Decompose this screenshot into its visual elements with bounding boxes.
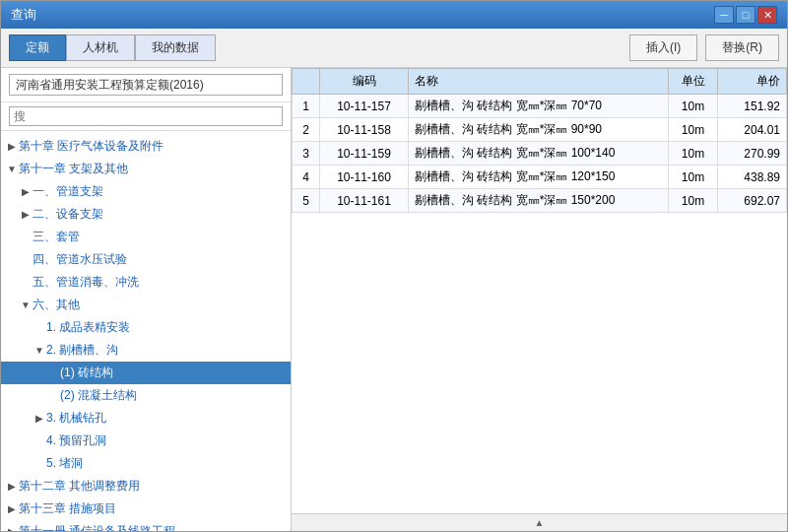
table-row[interactable]: 110-11-157剔槽槽、沟 砖结构 宽㎜*深㎜ 70*7010m151.92 xyxy=(293,95,787,118)
tree-item[interactable]: ▶二、设备支架 xyxy=(1,203,291,226)
cell-name: 剔槽槽、沟 砖结构 宽㎜*深㎜ 70*70 xyxy=(409,95,669,118)
table-row[interactable]: 210-11-158剔槽槽、沟 砖结构 宽㎜*深㎜ 90*9010m204.01 xyxy=(293,118,787,142)
tree-item[interactable]: 4. 预留孔洞 xyxy=(1,430,291,452)
tree-item[interactable]: ▼六、其他 xyxy=(1,294,291,316)
tree-item-label: 四、管道水压试验 xyxy=(33,251,127,268)
close-button[interactable]: ✕ xyxy=(757,6,777,24)
tree-item-label: 第十章 医疗气体设备及附件 xyxy=(19,138,164,155)
tree-item[interactable]: ▶第十三章 措施项目 xyxy=(1,498,291,520)
title-bar: 查询 ─ □ ✕ xyxy=(1,1,787,29)
cell-seq: 1 xyxy=(293,95,320,118)
scroll-up-icon[interactable]: ▲ xyxy=(535,517,545,528)
tree-item-label: (1) 砖结构 xyxy=(60,365,113,381)
tree-item-label: 4. 预留孔洞 xyxy=(46,432,106,449)
tree-toggle-icon[interactable]: ▶ xyxy=(5,141,19,152)
main-window: 查询 ─ □ ✕ 定额 人材机 我的数据 插入(I) 替换(R) 河南省通用安装… xyxy=(0,0,788,532)
cell-price: 270.99 xyxy=(718,142,787,166)
tree-item-label: 三、套管 xyxy=(33,229,80,245)
cell-code: 10-11-161 xyxy=(320,189,409,213)
cell-unit: 10m xyxy=(669,118,718,142)
maximize-button[interactable]: □ xyxy=(736,6,755,24)
tree-toggle-icon[interactable]: ▶ xyxy=(33,413,46,424)
tree-item[interactable]: ▼2. 剔槽槽、沟 xyxy=(1,339,291,362)
bottom-bar: ▲ xyxy=(292,513,787,531)
tree-item[interactable]: ▼第十一章 支架及其他 xyxy=(1,158,291,180)
cell-name: 剔槽槽、沟 砖结构 宽㎜*深㎜ 90*90 xyxy=(409,118,669,142)
tree-toggle-icon[interactable]: ▼ xyxy=(5,164,19,174)
dropdown-area: 河南省通用安装工程预算定额(2016) xyxy=(1,68,291,102)
action-buttons: 插入(I) 替换(R) xyxy=(629,34,779,61)
tree-item[interactable]: 三、套管 xyxy=(1,226,291,248)
tree-toggle-icon[interactable]: ▶ xyxy=(5,526,19,531)
tree-toggle-icon[interactable]: ▶ xyxy=(19,186,33,197)
table-row[interactable]: 310-11-159剔槽槽、沟 砖结构 宽㎜*深㎜ 100*14010m270.… xyxy=(293,142,787,166)
cell-seq: 3 xyxy=(293,142,320,166)
title-controls: ─ □ ✕ xyxy=(714,6,777,24)
tree-item-label: (2) 混凝土结构 xyxy=(60,387,137,404)
col-header-seq xyxy=(293,69,320,95)
tree-item-label: 五、管道消毒、冲洗 xyxy=(33,274,139,291)
tree-item[interactable]: ▶一、管道支架 xyxy=(1,180,291,203)
left-panel: 河南省通用安装工程预算定额(2016) ▶第十章 医疗气体设备及附件▼第十一章 … xyxy=(1,68,292,531)
tree-item-label: 一、管道支架 xyxy=(33,183,103,200)
cell-code: 10-11-160 xyxy=(320,166,409,189)
tree-item-label: 第十一章 支架及其他 xyxy=(19,161,128,177)
cell-name: 剔槽槽、沟 砖结构 宽㎜*深㎜ 150*200 xyxy=(409,189,669,213)
col-header-name: 名称 xyxy=(409,69,669,95)
tree-item-label: 3. 机械钻孔 xyxy=(46,410,106,427)
col-header-code: 编码 xyxy=(320,69,409,95)
col-header-price: 单价 xyxy=(718,69,787,95)
tab-rencaiji[interactable]: 人材机 xyxy=(66,34,135,61)
cell-name: 剔槽槽、沟 砖结构 宽㎜*深㎜ 120*150 xyxy=(409,166,669,189)
cell-seq: 4 xyxy=(293,166,320,189)
tree-toggle-icon[interactable]: ▶ xyxy=(19,209,33,220)
table-header-row: 编码 名称 单位 单价 xyxy=(293,69,787,95)
table-row[interactable]: 410-11-160剔槽槽、沟 砖结构 宽㎜*深㎜ 120*15010m438.… xyxy=(293,166,787,189)
tab-dinge[interactable]: 定额 xyxy=(9,34,66,61)
tab-mydata[interactable]: 我的数据 xyxy=(135,34,216,61)
tree-item[interactable]: (2) 混凝土结构 xyxy=(1,384,291,407)
cell-unit: 10m xyxy=(669,95,718,118)
minimize-button[interactable]: ─ xyxy=(714,6,734,24)
tab-group: 定额 人材机 我的数据 xyxy=(9,34,216,61)
tree-toggle-icon[interactable]: ▼ xyxy=(33,345,46,356)
tree: ▶第十章 医疗气体设备及附件▼第十一章 支架及其他▶一、管道支架▶二、设备支架 … xyxy=(1,131,291,531)
tree-toggle-icon[interactable]: ▼ xyxy=(19,299,33,310)
tree-item-label: 六、其他 xyxy=(33,297,80,313)
cell-name: 剔槽槽、沟 砖结构 宽㎜*深㎜ 100*140 xyxy=(409,142,669,166)
cell-unit: 10m xyxy=(669,166,718,189)
tree-item-label: 第十二章 其他调整费用 xyxy=(19,478,140,495)
tree-item[interactable]: ▶第十一册 通信设备及线路工程 xyxy=(1,520,291,531)
tree-item-label: 第十三章 措施项目 xyxy=(19,500,116,517)
table-row[interactable]: 510-11-161剔槽槽、沟 砖结构 宽㎜*深㎜ 150*20010m692.… xyxy=(293,189,787,213)
insert-button[interactable]: 插入(I) xyxy=(629,34,697,61)
window-title: 查询 xyxy=(11,6,36,24)
tree-item[interactable]: 五、管道消毒、冲洗 xyxy=(1,271,291,294)
cell-code: 10-11-159 xyxy=(320,142,409,166)
search-area xyxy=(1,102,291,131)
tree-toggle-icon[interactable]: ▶ xyxy=(5,481,19,492)
cell-price: 438.89 xyxy=(718,166,787,189)
replace-button[interactable]: 替换(R) xyxy=(705,34,779,61)
cell-unit: 10m xyxy=(669,189,718,213)
tree-item-label: 1. 成品表精安装 xyxy=(46,319,130,336)
tree-item[interactable]: ▶第十章 医疗气体设备及附件 xyxy=(1,135,291,158)
tree-item[interactable]: ▶3. 机械钻孔 xyxy=(1,407,291,430)
cell-code: 10-11-158 xyxy=(320,118,409,142)
col-header-unit: 单位 xyxy=(669,69,718,95)
cell-code: 10-11-157 xyxy=(320,95,409,118)
tree-toggle-icon[interactable]: ▶ xyxy=(5,503,19,514)
tree-item-label: 2. 剔槽槽、沟 xyxy=(46,342,118,359)
data-table: 编码 名称 单位 单价 110-11-157剔槽槽、沟 砖结构 宽㎜*深㎜ 70… xyxy=(292,68,787,213)
quota-dropdown[interactable]: 河南省通用安装工程预算定额(2016) xyxy=(9,74,283,96)
main-content: 河南省通用安装工程预算定额(2016) ▶第十章 医疗气体设备及附件▼第十一章 … xyxy=(1,68,787,531)
cell-price: 151.92 xyxy=(718,95,787,118)
tree-item[interactable]: ▶第十二章 其他调整费用 xyxy=(1,475,291,498)
search-input[interactable] xyxy=(9,106,283,126)
tree-item[interactable]: (1) 砖结构 xyxy=(1,362,291,384)
tree-item[interactable]: 5. 堵洞 xyxy=(1,452,291,475)
tree-item[interactable]: 四、管道水压试验 xyxy=(1,248,291,271)
cell-price: 692.07 xyxy=(718,189,787,213)
cell-unit: 10m xyxy=(669,142,718,166)
tree-item[interactable]: 1. 成品表精安装 xyxy=(1,316,291,339)
